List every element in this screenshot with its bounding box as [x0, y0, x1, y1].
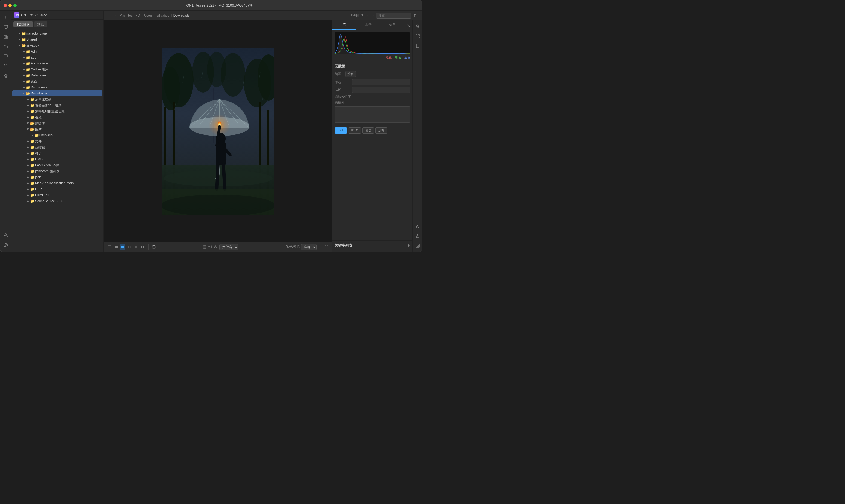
nav-prev[interactable]: ‹ — [365, 13, 371, 18]
tree-item-dmg[interactable]: ▶ 📁 DMG — [12, 156, 102, 162]
view-strip-h-icon[interactable] — [126, 244, 132, 250]
tree-item-sillyaboy[interactable]: ▶ 📂 sillyaboy — [12, 42, 102, 49]
preset-select[interactable]: 没有 — [345, 71, 356, 77]
server-icon[interactable] — [1, 52, 10, 61]
layers-icon[interactable] — [1, 72, 10, 80]
back-arrow[interactable]: ‹ — [106, 13, 112, 18]
tree-item-nailaotongxue[interactable]: ▶ 📁 nailaotongxue — [12, 31, 102, 36]
add-icon[interactable]: ＋ — [1, 13, 10, 21]
tab-my-directory[interactable]: 我的目录 — [13, 21, 33, 28]
cloud-icon[interactable] — [1, 62, 10, 71]
chevron-icon: ▶ — [26, 164, 30, 167]
filename-checkbox[interactable] — [203, 246, 206, 249]
tree-item-documents[interactable]: ▶ 📁 Documents — [12, 84, 102, 90]
folder-view-icon[interactable] — [413, 12, 419, 19]
svg-rect-55 — [130, 246, 131, 248]
svg-rect-46 — [116, 247, 118, 248]
tree-item-tomb-raider[interactable]: ▶ 📁 古墓丽影11：暗影 — [12, 102, 102, 108]
view-single-icon[interactable] — [106, 244, 112, 250]
expand-view-icon[interactable] — [414, 32, 421, 40]
view-icons — [106, 244, 145, 250]
breadcrumb-macintosh-hd[interactable]: Macintosh HD — [120, 14, 140, 17]
view-strip-v-icon[interactable] — [132, 244, 139, 250]
right-panel: 不 水平 信息 — [332, 20, 412, 252]
view-filmstrip-icon[interactable] — [120, 244, 126, 250]
zoom-in-icon[interactable] — [414, 23, 421, 30]
tree-item-desktop[interactable]: ▶ 📁 桌面 — [12, 78, 102, 84]
share-icon[interactable] — [414, 232, 421, 240]
filename-select[interactable]: 文件名 — [219, 244, 238, 250]
tree-label: 古墓丽影11：暗影 — [35, 103, 61, 108]
tree-item-zip[interactable]: ▶ 📁 压缩包 — [12, 144, 102, 150]
tree-item-fast-glitch[interactable]: ▶ 📁 Fast Glitch Logo — [12, 162, 102, 168]
keywords-settings-icon[interactable]: ⚙ — [407, 244, 410, 248]
author-input[interactable] — [352, 79, 410, 85]
user-icon[interactable] — [1, 231, 10, 240]
hist-red-label: 红色 — [386, 55, 392, 59]
folder-icon[interactable] — [1, 42, 10, 51]
tree-item-files[interactable]: ▶ 📁 文件 — [12, 138, 102, 144]
view-grid-icon[interactable] — [113, 244, 119, 250]
tab-browse[interactable]: 浏览 — [34, 21, 47, 28]
tree-item-jfsky[interactable]: ▶ 📁 jfsky.com-面试表 — [12, 168, 102, 174]
forward-arrow[interactable]: › — [112, 13, 118, 18]
tree-item-fast-connect[interactable]: ▶ 📁 放高速连接 — [12, 96, 102, 102]
tree-item-unsplash[interactable]: ▶ 📁 unsplash — [12, 132, 102, 138]
tree-item-app[interactable]: ▶ 📁 app — [12, 54, 102, 60]
tree-item-soundsource[interactable]: ▶ 📁 SoundSource 5.3.6 — [12, 198, 102, 204]
tree-item-pliimpro[interactable]: ▶ 📁 PliimPRO — [12, 192, 102, 198]
camera-icon[interactable] — [1, 32, 10, 41]
tree-item-calibre[interactable]: ▶ 📁 Calibre 书库 — [12, 67, 102, 72]
view-compare-icon[interactable] — [139, 244, 145, 250]
fullscreen-icon[interactable] — [414, 242, 421, 250]
filename-checkbox-label[interactable]: 文件名 — [203, 245, 217, 249]
tree-item-json[interactable]: ▶ 📁 json — [12, 174, 102, 180]
tree-item-video[interactable]: ▶ 📁 视频 — [12, 114, 102, 120]
print-icon[interactable] — [414, 42, 421, 50]
meta-tab-iptc[interactable]: IPTC — [348, 127, 361, 133]
image-view[interactable] — [104, 20, 332, 242]
tree-item-downloads[interactable]: ▶ 📂 Downloads — [12, 90, 102, 96]
tab-info[interactable]: 信息 — [380, 20, 404, 30]
maximize-button[interactable] — [13, 4, 17, 7]
help-icon[interactable] — [1, 241, 10, 250]
tree-item-shared[interactable]: ▶ 📁 Shared — [12, 36, 102, 42]
folder-icon: 📁 — [35, 133, 39, 138]
monitor-icon[interactable] — [1, 23, 10, 31]
tree-item-seed[interactable]: ▶ 📁 种子 — [12, 150, 102, 156]
raw-quality-select[interactable]: 准确 — [301, 244, 317, 250]
close-button[interactable] — [3, 4, 7, 7]
tree-item-database[interactable]: ▶ 📂 数据库 — [12, 120, 102, 126]
tab-no[interactable]: 不 — [332, 20, 356, 30]
photo-container — [162, 48, 274, 215]
desc-input[interactable] — [352, 87, 410, 93]
tree-item-php[interactable]: ▶ 📁 PHP — [12, 186, 102, 192]
keyword-textarea[interactable] — [335, 106, 410, 123]
tree-item-pictures[interactable]: ▶ 📂 图片 — [12, 126, 102, 132]
tree-item-montezuma[interactable]: ▶ 📁 蒙特祖玛的宝藏合集 — [12, 108, 102, 114]
tree-label: 蒙特祖玛的宝藏合集 — [35, 109, 65, 114]
nav-next[interactable]: › — [371, 13, 376, 18]
meta-tab-location[interactable]: 地点 — [362, 127, 374, 133]
author-label: 作者 — [335, 80, 351, 85]
zoom-icon[interactable] — [406, 23, 411, 28]
chevron-icon: ▶ — [22, 92, 25, 95]
tree-item-mac-app[interactable]: ▶ 📁 Mac-App-localization-main — [12, 180, 102, 186]
tree-item-adim[interactable]: ▶ 📁 Adim — [12, 49, 102, 54]
breadcrumb-downloads[interactable]: Downloads — [174, 14, 190, 17]
expand-icon[interactable] — [323, 244, 329, 250]
search-input[interactable] — [376, 13, 411, 18]
folder-icon: 📁 — [26, 85, 30, 90]
meta-tab-none[interactable]: 没有 — [375, 127, 388, 133]
breadcrumb-sillyaboy[interactable]: sillyaboy — [157, 14, 169, 17]
tab-horizontal[interactable]: 水平 — [356, 20, 380, 30]
tree-item-applications[interactable]: ▶ 📁 Applications — [12, 60, 102, 67]
meta-tab-exif[interactable]: EXIF — [335, 127, 347, 133]
tree-item-databases[interactable]: ▶ 📁 Databases — [12, 72, 102, 78]
tree-label: unsplash — [39, 133, 53, 137]
minimize-button[interactable] — [8, 4, 12, 7]
scissors-icon[interactable] — [414, 222, 421, 230]
folder-icon: 📁 — [21, 31, 26, 36]
breadcrumb-users[interactable]: Users — [144, 14, 152, 17]
tree-label: PHP — [35, 187, 42, 191]
